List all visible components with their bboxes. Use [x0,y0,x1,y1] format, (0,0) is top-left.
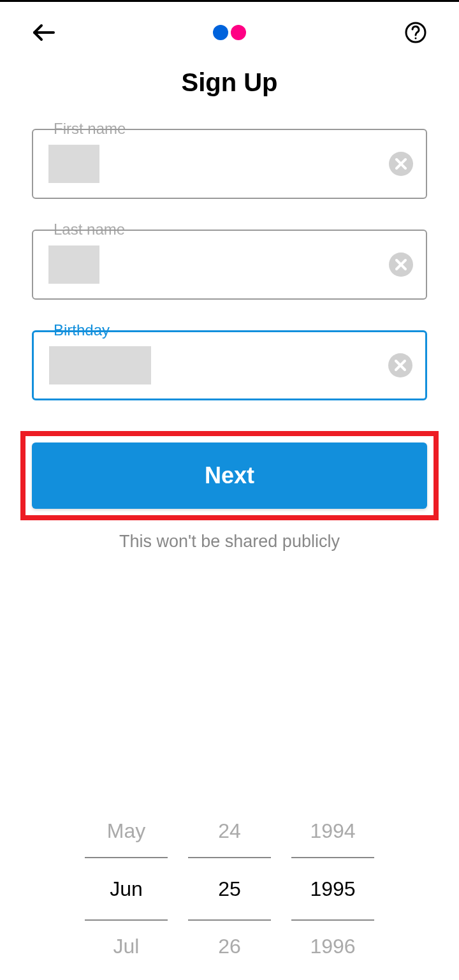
day-prev[interactable]: 24 [188,810,271,852]
day-current[interactable]: 25 [188,857,271,921]
help-icon[interactable] [404,21,427,44]
year-current[interactable]: 1995 [291,857,374,921]
clear-first-name-icon[interactable] [389,152,413,176]
day-next[interactable]: 26 [188,926,271,967]
month-current[interactable]: Jun [85,857,168,921]
page-title: Sign Up [0,68,459,97]
birthday-field[interactable]: Birthday [32,330,427,400]
first-name-value [48,145,99,183]
svg-point-2 [415,38,417,40]
month-next[interactable]: Jul [85,926,168,967]
first-name-field[interactable]: First name [32,129,427,199]
header [0,2,459,57]
next-button-highlight: Next [20,431,439,520]
next-button[interactable]: Next [32,442,427,509]
month-picker[interactable]: May Jun Jul [85,810,168,967]
clear-last-name-icon[interactable] [389,252,413,277]
flickr-logo [213,25,246,40]
clear-birthday-icon[interactable] [388,353,412,377]
year-next[interactable]: 1996 [291,926,374,967]
year-prev[interactable]: 1994 [291,810,374,852]
disclaimer-text: This won't be shared publicly [0,532,459,552]
birthday-value [49,346,151,384]
month-prev[interactable]: May [85,810,168,852]
year-picker[interactable]: 1994 1995 1996 [291,810,374,967]
day-picker[interactable]: 24 25 26 [188,810,271,967]
last-name-field[interactable]: Last name [32,230,427,300]
back-arrow-icon[interactable] [32,23,55,42]
logo-dot-pink [231,25,246,40]
date-picker: May Jun Jul 24 25 26 1994 1995 1996 [0,785,459,980]
last-name-value [48,245,99,284]
logo-dot-blue [213,25,228,40]
signup-form: First name Last name [0,129,459,400]
